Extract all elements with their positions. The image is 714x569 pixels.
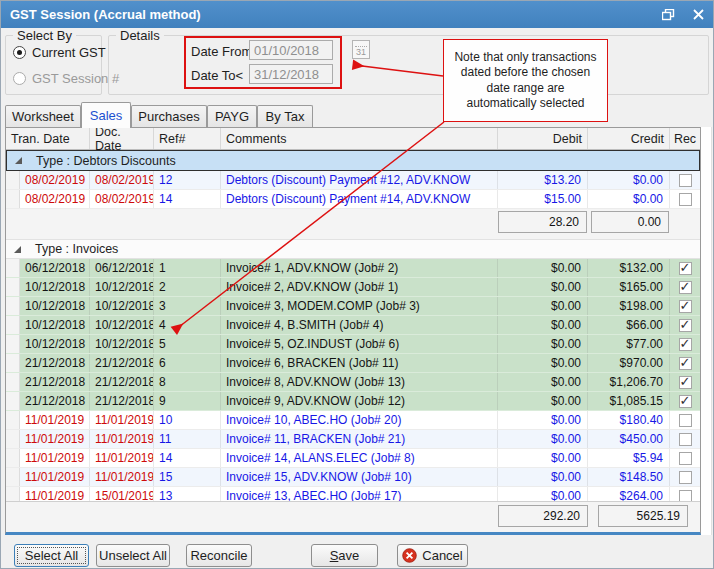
- column-header-comments[interactable]: Comments: [221, 128, 498, 149]
- rec-checkbox[interactable]: [679, 281, 692, 294]
- cell-doc-date: 11/01/2019: [90, 449, 154, 467]
- group-expand-icon[interactable]: [14, 156, 23, 165]
- subtotal-credit: 0.00: [591, 211, 669, 233]
- tab-by-tax[interactable]: By Tax: [257, 105, 313, 127]
- tab-worksheet[interactable]: Worksheet: [5, 105, 81, 127]
- rec-checkbox[interactable]: [679, 193, 692, 206]
- table-row[interactable]: 10/12/2018 10/12/2018 3 Invoice# 3, MODE…: [6, 297, 700, 316]
- cell-doc-date: 11/01/2019: [90, 411, 154, 429]
- cell-doc-date: 11/01/2019: [90, 468, 154, 486]
- rec-checkbox[interactable]: [679, 338, 692, 351]
- cell-tran-date: 21/12/2018: [20, 354, 90, 372]
- cell-debit: $0.00: [498, 297, 588, 315]
- table-row[interactable]: 11/01/2019 11/01/2019 15 Invoice# 15, AD…: [6, 468, 700, 487]
- table-row[interactable]: 10/12/2018 10/12/2018 5 Invoice# 5, OZ.I…: [6, 335, 700, 354]
- tab-purchases[interactable]: Purchases: [131, 105, 207, 127]
- cell-tran-date: 11/01/2019: [20, 487, 90, 501]
- table-row[interactable]: 10/12/2018 10/12/2018 2 Invoice# 2, ADV.…: [6, 278, 700, 297]
- unselect-all-button[interactable]: Unselect All: [96, 544, 170, 567]
- table-row[interactable]: 06/12/2018 06/12/2018 1 Invoice# 1, ADV.…: [6, 259, 700, 278]
- cell-comments: Invoice# 5, OZ.INDUST (Job# 6): [221, 335, 498, 353]
- cell-credit: $450.00: [588, 430, 670, 448]
- cell-credit: $66.00: [588, 316, 670, 334]
- table-row[interactable]: 11/01/2019 11/01/2019 14 Invoice# 14, AL…: [6, 449, 700, 468]
- cell-comments: Invoice# 11, BRACKEN (Job# 21): [221, 430, 498, 448]
- cell-credit: $132.00: [588, 259, 670, 277]
- cell-debit: $0.00: [498, 373, 588, 391]
- rec-checkbox[interactable]: [679, 357, 692, 370]
- rec-checkbox[interactable]: [679, 452, 692, 465]
- group-row-invoices[interactable]: Type : Invoices: [6, 239, 700, 259]
- cell-credit: $0.00: [588, 171, 670, 189]
- table-row[interactable]: 21/12/2018 21/12/2018 6 Invoice# 6, BRAC…: [6, 354, 700, 373]
- note-line: date range are: [486, 81, 564, 97]
- cell-debit: $0.00: [498, 259, 588, 277]
- column-header-doc-date[interactable]: Doc. Date: [90, 128, 154, 149]
- cell-comments: Invoice# 4, B.SMITH (Job# 4): [221, 316, 498, 334]
- rec-checkbox[interactable]: [679, 433, 692, 446]
- calendar-picker-icon[interactable]: 31: [352, 40, 370, 59]
- group-label: Type : Debtors Discounts: [36, 154, 176, 168]
- column-header-tran-date[interactable]: Tran. Date: [6, 128, 90, 149]
- close-icon[interactable]: [683, 1, 713, 28]
- rec-checkbox[interactable]: [679, 471, 692, 484]
- group-row-debtors-discounts[interactable]: Type : Debtors Discounts: [6, 150, 700, 171]
- grid-header: Tran. Date Doc. Date Ref# Comments Debit…: [6, 128, 700, 150]
- cell-comments: Invoice# 13, ABEC.HO (Job# 17): [221, 487, 498, 501]
- column-header-credit[interactable]: Credit: [588, 128, 670, 149]
- cell-tran-date: 10/12/2018: [20, 316, 90, 334]
- cell-debit: $0.00: [498, 392, 588, 410]
- cell-comments: Debtors (Discount) Payment #12, ADV.KNOW: [221, 171, 498, 189]
- radio-current-gst[interactable]: Current GST: [13, 45, 106, 60]
- select-all-button[interactable]: Select All: [14, 544, 89, 567]
- table-row[interactable]: 11/01/2019 11/01/2019 11 Invoice# 11, BR…: [6, 430, 700, 449]
- group-expand-icon[interactable]: [13, 245, 22, 254]
- table-row[interactable]: 21/12/2018 21/12/2018 8 Invoice# 8, ADV.…: [6, 373, 700, 392]
- rec-checkbox[interactable]: [679, 395, 692, 408]
- rec-checkbox[interactable]: [679, 174, 692, 187]
- cell-ref: 3: [154, 297, 221, 315]
- radio-current-gst-circle[interactable]: [13, 46, 26, 59]
- cell-ref: 1: [154, 259, 221, 277]
- table-row[interactable]: 21/12/2018 21/12/2018 9 Invoice# 9, ADV.…: [6, 392, 700, 411]
- rec-checkbox[interactable]: [679, 376, 692, 389]
- radio-gst-session-circle[interactable]: [13, 72, 26, 85]
- rec-checkbox[interactable]: [679, 490, 692, 502]
- cell-comments: Invoice# 14, ALANS.ELEC (Job# 8): [221, 449, 498, 467]
- rec-checkbox[interactable]: [679, 414, 692, 427]
- cell-ref: 11: [154, 430, 221, 448]
- cell-tran-date: 11/01/2019: [20, 468, 90, 486]
- cell-debit: $0.00: [498, 354, 588, 372]
- reconcile-button[interactable]: Reconcile: [186, 544, 252, 567]
- table-row[interactable]: 10/12/2018 10/12/2018 4 Invoice# 4, B.SM…: [6, 316, 700, 335]
- cell-doc-date: 08/02/2019: [90, 190, 154, 208]
- rec-checkbox[interactable]: [679, 319, 692, 332]
- column-header-rec[interactable]: Rec: [670, 128, 700, 149]
- cell-comments: Invoice# 3, MODEM.COMP (Job# 3): [221, 297, 498, 315]
- table-row[interactable]: 11/01/2019 11/01/2019 10 Invoice# 10, AB…: [6, 411, 700, 430]
- table-row[interactable]: 08/02/2019 08/02/2019 14 Debtors (Discou…: [6, 190, 700, 209]
- cancel-button[interactable]: Cancel: [397, 544, 468, 567]
- table-row[interactable]: 11/01/2019 15/01/2019 13 Invoice# 13, AB…: [6, 487, 700, 501]
- column-header-debit[interactable]: Debit: [498, 128, 588, 149]
- rec-checkbox[interactable]: [679, 262, 692, 275]
- cell-credit: $1,206.70: [588, 373, 670, 391]
- cell-credit: $77.00: [588, 335, 670, 353]
- table-row[interactable]: 08/02/2019 08/02/2019 12 Debtors (Discou…: [6, 171, 700, 190]
- save-button[interactable]: Save: [311, 544, 378, 567]
- cell-ref: 13: [154, 487, 221, 501]
- tab-sales[interactable]: Sales: [81, 102, 131, 128]
- cell-ref: 14: [154, 449, 221, 467]
- cell-comments: Debtors (Discount) Payment #14, ADV.KNOW: [221, 190, 498, 208]
- column-header-ref[interactable]: Ref#: [154, 128, 221, 149]
- tab-payg[interactable]: PAYG: [207, 105, 257, 127]
- cell-comments: Invoice# 9, ADV.KNOW (Job# 12): [221, 392, 498, 410]
- cell-credit: $198.00: [588, 297, 670, 315]
- rec-checkbox[interactable]: [679, 300, 692, 313]
- cell-doc-date: 10/12/2018: [90, 316, 154, 334]
- restore-window-icon[interactable]: [653, 1, 683, 28]
- cell-doc-date: 11/01/2019: [90, 430, 154, 448]
- annotation-rectangle: [184, 36, 342, 89]
- radio-gst-session[interactable]: GST Session #: [13, 71, 119, 86]
- cell-credit: $148.50: [588, 468, 670, 486]
